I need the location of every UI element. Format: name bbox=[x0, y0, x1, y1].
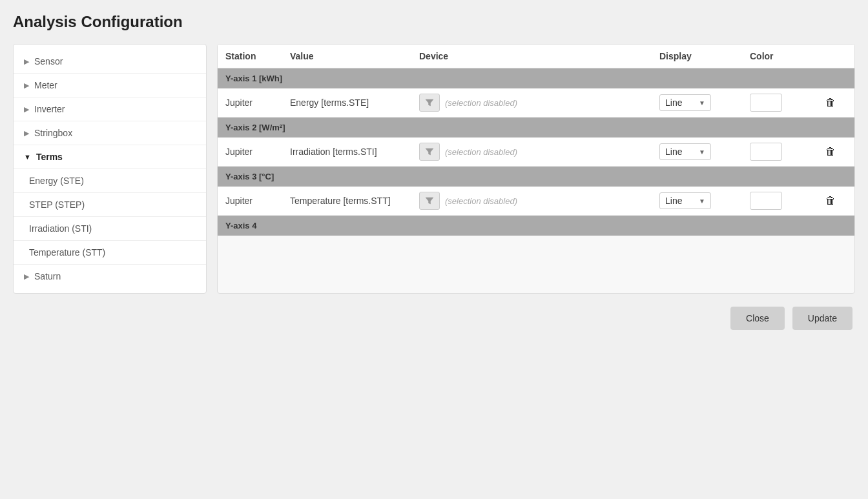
filter-button[interactable] bbox=[419, 143, 440, 161]
filter-button[interactable] bbox=[419, 94, 440, 112]
device-cell: (selection disabled) bbox=[419, 192, 659, 210]
color-cell bbox=[750, 192, 814, 210]
arrow-icon: ▶ bbox=[24, 105, 29, 114]
station-cell: Jupiter bbox=[225, 196, 290, 206]
selection-disabled-label: (selection disabled) bbox=[445, 147, 517, 157]
selection-disabled-label: (selection disabled) bbox=[445, 98, 517, 108]
color-cell bbox=[750, 94, 814, 112]
color-swatch[interactable] bbox=[750, 192, 782, 210]
display-cell: Line ▼ bbox=[659, 143, 750, 160]
col-header-device: Device bbox=[419, 51, 659, 61]
device-cell: (selection disabled) bbox=[419, 143, 659, 161]
dropdown-arrow-icon: ▼ bbox=[699, 198, 705, 205]
arrow-icon: ▼ bbox=[24, 153, 31, 161]
table-row: Jupiter Irradiation [terms.STI] (selecti… bbox=[218, 137, 854, 167]
sidebar-item-label: Saturn bbox=[34, 271, 61, 281]
delete-button[interactable]: 🗑 bbox=[825, 146, 836, 158]
value-cell: Temperature [terms.STT] bbox=[290, 196, 419, 206]
footer: Close Update bbox=[13, 307, 855, 330]
action-cell: 🗑 bbox=[814, 97, 847, 108]
color-swatch[interactable] bbox=[750, 143, 782, 161]
table-row: Jupiter Energy [terms.STE] (selection di… bbox=[218, 88, 854, 117]
axis-row-3: Y-axis 4 bbox=[218, 216, 854, 236]
delete-button[interactable]: 🗑 bbox=[825, 195, 836, 207]
action-cell: 🗑 bbox=[814, 195, 847, 207]
sidebar-item-label: Inverter bbox=[34, 104, 65, 114]
value-cell: Irradiation [terms.STI] bbox=[290, 147, 419, 157]
page-title: Analysis Configuration bbox=[13, 13, 855, 31]
delete-button[interactable]: 🗑 bbox=[825, 97, 836, 108]
close-button[interactable]: Close bbox=[730, 307, 785, 330]
dropdown-arrow-icon: ▼ bbox=[699, 99, 705, 107]
value-cell: Energy [terms.STE] bbox=[290, 97, 419, 108]
left-panel: ▶Sensor▶Meter▶Inverter▶Stringbox▼TermsEn… bbox=[13, 44, 207, 294]
table-row: Jupiter Temperature [terms.STT] (selecti… bbox=[218, 187, 854, 216]
sidebar-item-meter[interactable]: ▶Meter bbox=[14, 74, 206, 97]
sidebar-item-stringbox[interactable]: ▶Stringbox bbox=[14, 121, 206, 145]
main-container: ▶Sensor▶Meter▶Inverter▶Stringbox▼TermsEn… bbox=[13, 44, 855, 294]
col-header-color: Color bbox=[750, 51, 814, 61]
display-select[interactable]: Line ▼ bbox=[659, 192, 711, 209]
sidebar-item-label: Meter bbox=[34, 80, 57, 90]
sidebar-item-sensor[interactable]: ▶Sensor bbox=[14, 50, 206, 74]
color-cell bbox=[750, 143, 814, 161]
station-cell: Jupiter bbox=[225, 147, 290, 157]
station-cell: Jupiter bbox=[225, 97, 290, 108]
dropdown-arrow-icon: ▼ bbox=[699, 148, 705, 156]
filter-icon bbox=[425, 147, 434, 156]
col-header-value: Value bbox=[290, 51, 419, 61]
sidebar-item-inverter[interactable]: ▶Inverter bbox=[14, 97, 206, 121]
table-header: Station Value Device Display Color bbox=[218, 45, 854, 68]
display-value: Line bbox=[665, 147, 682, 157]
sidebar-sub-item-energy-ste[interactable]: Energy (STE) bbox=[14, 169, 206, 193]
filter-icon bbox=[425, 98, 434, 107]
filter-icon bbox=[425, 196, 434, 205]
axis-row-0: Y-axis 1 [kWh] bbox=[218, 68, 854, 88]
color-swatch[interactable] bbox=[750, 94, 782, 112]
sidebar-item-label: Terms bbox=[36, 152, 63, 162]
display-value: Line bbox=[665, 196, 682, 206]
axis-row-1: Y-axis 2 [W/m²] bbox=[218, 117, 854, 137]
sidebar-item-label: Sensor bbox=[34, 56, 63, 66]
display-cell: Line ▼ bbox=[659, 94, 750, 111]
sidebar-sub-item-step-step[interactable]: STEP (STEP) bbox=[14, 193, 206, 217]
axis-row-2: Y-axis 3 [°C] bbox=[218, 167, 854, 187]
arrow-icon: ▶ bbox=[24, 129, 29, 137]
col-header-station: Station bbox=[225, 51, 290, 61]
arrow-icon: ▶ bbox=[24, 272, 29, 281]
sidebar-item-terms[interactable]: ▼Terms bbox=[14, 145, 206, 169]
display-select[interactable]: Line ▼ bbox=[659, 143, 711, 160]
sidebar-item-saturn[interactable]: ▶Saturn bbox=[14, 265, 206, 288]
display-select[interactable]: Line ▼ bbox=[659, 94, 711, 111]
device-cell: (selection disabled) bbox=[419, 94, 659, 112]
arrow-icon: ▶ bbox=[24, 81, 29, 90]
selection-disabled-label: (selection disabled) bbox=[445, 196, 517, 206]
col-header-display: Display bbox=[659, 51, 750, 61]
arrow-icon: ▶ bbox=[24, 57, 29, 66]
display-value: Line bbox=[665, 97, 682, 108]
sidebar-sub-item-temperature-stt[interactable]: Temperature (STT) bbox=[14, 241, 206, 265]
col-header-action bbox=[814, 51, 847, 61]
action-cell: 🗑 bbox=[814, 146, 847, 158]
sidebar-item-label: Stringbox bbox=[34, 128, 72, 138]
filter-button[interactable] bbox=[419, 192, 440, 210]
update-button[interactable]: Update bbox=[792, 307, 852, 330]
display-cell: Line ▼ bbox=[659, 192, 750, 209]
right-panel: Station Value Device Display Color Y-axi… bbox=[217, 44, 855, 294]
sidebar-sub-item-irradiation-sti[interactable]: Irradiation (STI) bbox=[14, 217, 206, 241]
